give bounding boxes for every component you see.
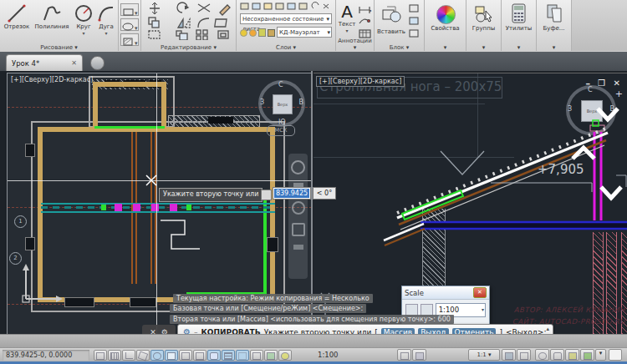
viewport-controls-label[interactable]: [+][Сверху][2D-каркас] <box>11 76 93 83</box>
panel-edit: Редактирование ▾ <box>141 0 237 51</box>
circle-tool[interactable]: Круг ▾ <box>72 3 95 36</box>
panel-clipboard-caret[interactable]: ▾ <box>537 44 571 51</box>
properties-label[interactable]: Свойства <box>425 25 466 32</box>
rectangle-tool[interactable]: ▾ <box>120 3 139 16</box>
panel-properties-caret[interactable]: ▾ <box>425 44 466 51</box>
groups-label[interactable]: Группы <box>466 25 501 32</box>
snap-toggle[interactable] <box>94 350 107 361</box>
lineweight-toggle[interactable] <box>222 350 235 361</box>
quick-view-layouts-button[interactable] <box>412 349 426 361</box>
polar-toggle[interactable] <box>136 350 150 361</box>
layer-color-swatch[interactable] <box>268 29 275 37</box>
dyn-input-toggle[interactable] <box>207 350 221 361</box>
viewcube-top-face[interactable]: Верх <box>273 94 293 114</box>
dynamic-input-value: 839.9425 <box>274 189 309 198</box>
viewcube[interactable]: С Ю В З Верх <box>258 80 305 127</box>
groups-icon[interactable] <box>474 4 494 24</box>
scale-dialog-close-icon[interactable]: ✕ <box>473 287 487 298</box>
polyline-tool[interactable]: Полилиния <box>33 3 71 30</box>
scale-select-caret[interactable]: ▾ <box>482 304 484 316</box>
isolate-objects-button[interactable] <box>565 349 579 361</box>
panel-edit-label[interactable]: Редактирование ▾ <box>141 44 236 51</box>
viewcube-west[interactable]: З <box>260 99 264 106</box>
panel-draw-label[interactable]: Рисование ▾ <box>0 44 118 51</box>
annotation-visibility-button[interactable] <box>502 349 516 361</box>
utilities-icon[interactable] <box>511 3 527 24</box>
annotation-scale-caret[interactable]: ▾ <box>488 351 492 358</box>
osnap-toggle[interactable] <box>150 350 164 361</box>
quickprops-toggle[interactable] <box>250 350 263 361</box>
layer-freeze-icon[interactable] <box>249 29 257 37</box>
edit-tools-grid[interactable] <box>143 2 233 40</box>
panel-layers-label[interactable]: Слои ▾ <box>237 44 335 51</box>
text-tool[interactable]: A Текст ▾ <box>338 3 356 33</box>
viewport-plus-icon[interactable]: + <box>615 88 623 99</box>
ortho-toggle[interactable] <box>122 350 135 361</box>
insert-block-tool[interactable]: Вставить <box>376 3 406 35</box>
new-tab-button[interactable] <box>90 56 104 70</box>
viewcube-north[interactable]: С <box>278 81 283 88</box>
viewport-restore-icon[interactable]: ❐ <box>598 78 605 88</box>
dimension-leader-table-icons[interactable]: · <box>358 3 373 40</box>
quick-view-drawings-button[interactable] <box>535 349 549 361</box>
clipboard-icon[interactable] <box>546 3 563 24</box>
annotation-monitor-toggle[interactable] <box>278 350 292 361</box>
layer-state-caret: ▾ <box>326 14 329 24</box>
3dosnap-toggle[interactable] <box>165 350 178 361</box>
document-tab-close-icon[interactable]: ✕ <box>71 59 77 67</box>
clipboard-label[interactable]: Буфе... <box>537 25 571 32</box>
scale-dialog-titlebar[interactable]: Scale ✕ <box>402 286 489 300</box>
orbit-icon[interactable] <box>292 223 305 236</box>
viewport-minimize-icon[interactable]: – <box>586 78 591 89</box>
line-tool[interactable]: Отрезок <box>2 3 32 30</box>
annotation-scale-button[interactable]: 1:1 ▾ <box>468 349 500 361</box>
grip-arrow-down[interactable] <box>601 187 621 198</box>
otrack-toggle[interactable] <box>179 350 192 361</box>
ellipse-tool[interactable]: ▾ <box>120 18 139 31</box>
dynamic-input-tooltip: Укажите вторую точку или <box>159 188 263 202</box>
watermark-author: АВТОР: АЛЕКСЕЙ КАМАНИН <box>468 306 625 314</box>
document-tab[interactable]: Урок 4* ✕ <box>6 54 83 71</box>
transparency-toggle[interactable] <box>236 350 249 361</box>
document-tab-label: Урок 4* <box>12 59 39 68</box>
selectioncycling-toggle[interactable] <box>264 350 278 361</box>
layer-on-icon[interactable] <box>240 29 247 37</box>
panel-groups-caret[interactable]: ▾ <box>466 44 501 51</box>
arc-tool[interactable]: Дуга ▾ <box>95 3 117 36</box>
steering-wheel-icon[interactable] <box>291 160 305 174</box>
showmotion-icon[interactable] <box>293 245 303 250</box>
navigation-bar[interactable] <box>288 154 308 279</box>
circle-dropdown-icon[interactable]: ▾ <box>72 30 95 36</box>
viewport-controls-label[interactable]: [+][Сверху][2D-каркас] <box>316 76 405 87</box>
panel-annotation-label[interactable]: Аннотации ▾ <box>336 38 374 51</box>
panel-clipboard: Буфе... ▾ <box>537 0 572 51</box>
command-history-line: Текущая настройка: Режим копирования = Н… <box>173 294 373 303</box>
grip-arrow-up[interactable] <box>573 148 594 159</box>
properties-icon[interactable] <box>436 5 456 24</box>
autoscale-button[interactable] <box>517 349 531 361</box>
dynamic-input-field[interactable]: 839.9425 <box>273 187 311 200</box>
viewcube-east[interactable]: В <box>299 99 304 106</box>
utilities-label[interactable]: Утилиты <box>502 25 536 32</box>
status-menu-button[interactable]: ▾ <box>595 349 606 361</box>
panel-block-label[interactable]: Блок ▾ <box>375 44 424 51</box>
grid-toggle[interactable] <box>108 350 121 361</box>
hardware-accel-button[interactable] <box>580 349 594 361</box>
current-layer-dropdown[interactable]: КД-Мауэрлат▾ <box>277 27 332 38</box>
model-space-button[interactable] <box>397 349 411 361</box>
ducs-toggle[interactable] <box>193 350 206 361</box>
layer-tools-row[interactable] <box>240 2 332 12</box>
grip-arrow-down[interactable] <box>598 109 618 119</box>
command-history-caret-icon[interactable]: ▴ <box>546 326 549 332</box>
arc-dropdown-icon[interactable]: ▾ <box>95 30 117 36</box>
zoom-icon[interactable] <box>292 201 305 215</box>
layer-lock-icon[interactable] <box>258 28 266 37</box>
layer-state-dropdown[interactable]: Несохраненное состояние листа▾ <box>240 13 332 24</box>
clean-screen-button[interactable] <box>609 349 622 361</box>
lock-ui-button[interactable] <box>550 349 564 361</box>
panel-utilities-caret[interactable]: ▾ <box>502 44 536 51</box>
viewport-close-icon[interactable]: ✕ <box>614 78 620 88</box>
block-extra-icons[interactable] <box>408 3 421 40</box>
hatch-tool[interactable]: ▾ <box>120 33 139 46</box>
wcs-menu[interactable]: МСК <box>267 125 295 136</box>
